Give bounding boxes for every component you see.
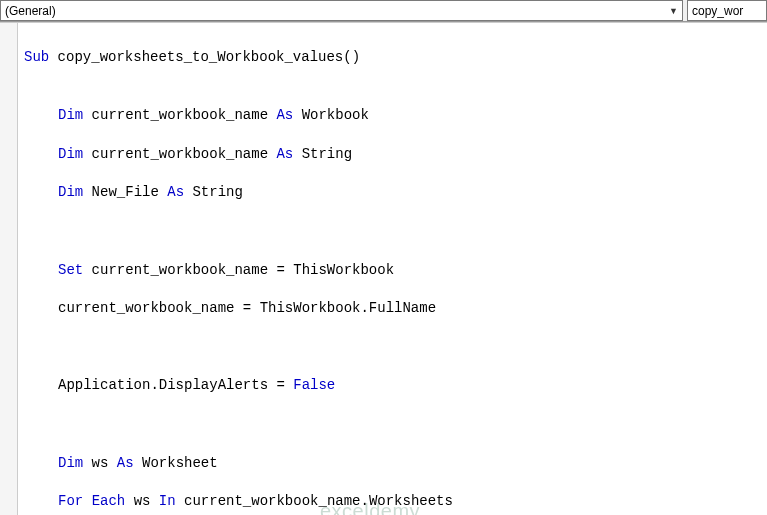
code-line: Dim current_workbook_name As Workbook [24, 106, 767, 125]
code-line [24, 222, 767, 241]
code-line: For Each ws In current_workbook_name.Wor… [24, 492, 767, 511]
code-line [24, 338, 767, 357]
chevron-down-icon: ▼ [669, 6, 678, 16]
breakpoint-gutter[interactable] [0, 23, 18, 515]
code-editor[interactable]: Sub copy_worksheets_to_Workbook_values()… [18, 23, 767, 515]
procedure-dropdown[interactable]: copy_wor [687, 0, 767, 21]
editor-body: Sub copy_worksheets_to_Workbook_values()… [0, 22, 767, 515]
code-line [24, 415, 767, 434]
dropdown-bar: (General) ▼ copy_wor [0, 0, 767, 22]
code-line: Dim New_File As String [24, 183, 767, 202]
code-line [24, 68, 767, 87]
code-line: Dim current_workbook_name As String [24, 145, 767, 164]
procedure-dropdown-value: copy_wor [692, 4, 743, 18]
code-line: Dim ws As Worksheet [24, 454, 767, 473]
object-dropdown[interactable]: (General) ▼ [0, 0, 683, 21]
code-line: Set current_workbook_name = ThisWorkbook [24, 261, 767, 280]
code-line: Application.DisplayAlerts = False [24, 376, 767, 395]
code-line: current_workbook_name = ThisWorkbook.Ful… [24, 299, 767, 318]
code-line: Sub copy_worksheets_to_Workbook_values() [24, 49, 360, 65]
object-dropdown-value: (General) [5, 4, 56, 18]
